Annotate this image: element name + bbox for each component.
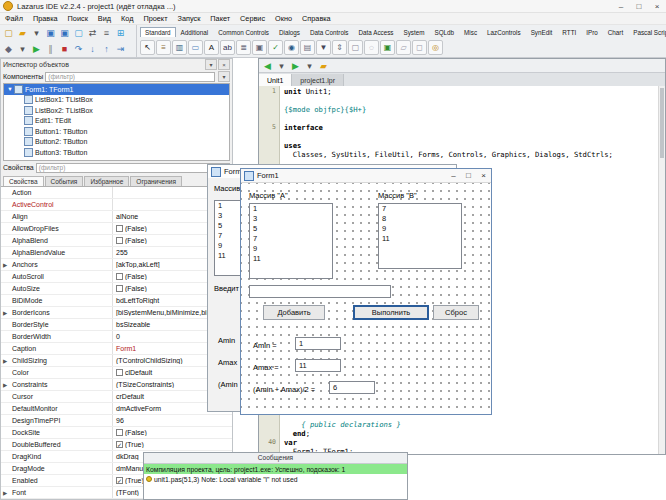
- jump-back-icon[interactable]: ◀: [261, 59, 274, 72]
- run-to-cursor-icon[interactable]: ⇥: [114, 43, 127, 56]
- tree-item[interactable]: Button2: TButton: [4, 137, 229, 148]
- palette-tab-additional[interactable]: Additional: [176, 27, 214, 37]
- expand-icon[interactable]: ▶: [3, 310, 7, 316]
- property-row[interactable]: DefaultMonitordmActiveForm: [1, 403, 232, 415]
- property-row[interactable]: ▶BorderIcons[biSystemMenu,biMinimize,biM…: [1, 307, 232, 319]
- save-icon[interactable]: ▣: [44, 27, 57, 40]
- property-row[interactable]: AutoSize(False): [1, 283, 232, 295]
- property-value[interactable]: (False): [113, 429, 232, 436]
- palette-tab-data-access[interactable]: Data Access: [353, 27, 398, 37]
- checkbox-icon[interactable]: [116, 429, 123, 436]
- toggle-form-unit-icon[interactable]: ⇄: [86, 27, 99, 40]
- tradiogroup-icon[interactable]: ◌: [364, 40, 379, 55]
- jump-back-dropdown-icon[interactable]: ▾: [275, 59, 288, 72]
- form-maximize-button[interactable]: □: [461, 169, 476, 182]
- step-out-icon[interactable]: ↑: [100, 43, 113, 56]
- palette-tab-ipro[interactable]: IPro: [581, 27, 603, 37]
- property-row[interactable]: DesignTimePPI96: [1, 415, 232, 427]
- view-forms-icon[interactable]: ⊞: [114, 27, 127, 40]
- tradiobutton-icon[interactable]: ◉: [284, 40, 299, 55]
- close-button[interactable]: ×: [648, 0, 666, 12]
- expand-icon[interactable]: ▶: [3, 490, 7, 496]
- menu-item-поиск[interactable]: Поиск: [63, 14, 93, 23]
- property-row[interactable]: AllowDropFiles(False): [1, 223, 232, 235]
- property-row[interactable]: DockSite(False): [1, 427, 232, 439]
- property-value[interactable]: 96: [113, 417, 232, 424]
- palette-tab-system[interactable]: System: [398, 27, 429, 37]
- step-into-icon[interactable]: ↓: [86, 43, 99, 56]
- ttogglebox-icon[interactable]: ▣: [252, 40, 267, 55]
- tcheckgroup-icon[interactable]: ▣: [380, 40, 395, 55]
- expand-icon[interactable]: ▶: [3, 358, 7, 364]
- property-value[interactable]: ✓(True): [113, 441, 232, 448]
- tgroupbox-icon[interactable]: ▢: [348, 40, 363, 55]
- array-a-listbox[interactable]: 1357911: [249, 203, 333, 279]
- components-dropdown-icon[interactable]: ▾: [218, 71, 230, 82]
- tmemo-icon[interactable]: ≣: [236, 40, 251, 55]
- inspector-tab-свойства[interactable]: Свойства: [3, 176, 44, 186]
- tree-item[interactable]: ListBox2: TListBox: [4, 105, 229, 116]
- jump-forward-icon[interactable]: ▶: [289, 59, 302, 72]
- number-input[interactable]: [249, 285, 391, 298]
- components-filter-input[interactable]: (фильтр): [45, 72, 215, 82]
- menu-item-файл[interactable]: Файл: [0, 14, 28, 23]
- tlistbox-icon[interactable]: ▤: [300, 40, 315, 55]
- palette-tab-common-controls[interactable]: Common Controls: [213, 27, 274, 37]
- form-designer-surface[interactable]: Массив "A" Массив "B" 1357911 78911 Доба…: [241, 183, 491, 414]
- property-row[interactable]: AlphaBlendValue255: [1, 247, 232, 259]
- minimize-button[interactable]: –: [612, 0, 630, 12]
- run-icon[interactable]: ▶: [30, 43, 43, 56]
- tree-item[interactable]: ▼Form1: TForm1: [4, 84, 229, 95]
- palette-tab-rtti[interactable]: RTTI: [557, 27, 581, 37]
- message-line[interactable]: unit1.pas(51,3) Note: Local variable "i"…: [144, 474, 407, 484]
- palette-tab-data-controls[interactable]: Data Controls: [305, 27, 354, 37]
- property-row[interactable]: ColorclDefault: [1, 367, 232, 379]
- tactionlist-icon[interactable]: ◎: [428, 40, 443, 55]
- tpopupmenu-icon[interactable]: ▥: [172, 40, 187, 55]
- amin-input[interactable]: 1: [295, 337, 341, 350]
- inspector-tab-события[interactable]: События: [45, 176, 84, 186]
- property-row[interactable]: ActiveControl: [1, 199, 232, 211]
- palette-tab-synedit[interactable]: SynEdit: [526, 27, 558, 37]
- property-row[interactable]: BorderWidth0: [1, 331, 232, 343]
- inspector-options-icon[interactable]: ▾: [205, 59, 217, 70]
- stop-icon[interactable]: ■: [58, 43, 71, 56]
- checkbox-icon[interactable]: ✓: [116, 477, 123, 484]
- pause-icon[interactable]: ∥: [44, 43, 57, 56]
- build-mode-dropdown-icon[interactable]: ▾: [16, 43, 29, 56]
- palette-tab-sqldb[interactable]: SQLdb: [429, 27, 459, 37]
- menu-item-пакет[interactable]: Пакет: [205, 14, 235, 23]
- inspector-tab-избранное[interactable]: Избранное: [84, 176, 129, 186]
- new-unit-icon[interactable]: ▢: [2, 27, 15, 40]
- property-row[interactable]: ▶ChildSizing(TControlChildSizing): [1, 355, 232, 367]
- checkbox-icon[interactable]: [116, 273, 123, 280]
- menu-item-сервис[interactable]: Сервис: [235, 14, 270, 23]
- property-row[interactable]: BorderStylebsSizeable: [1, 319, 232, 331]
- tlabel-icon[interactable]: A: [204, 40, 219, 55]
- tree-item[interactable]: Edit1: TEdit: [4, 116, 229, 127]
- tree-item[interactable]: Button3: TButton: [4, 147, 229, 158]
- tpanel-icon[interactable]: ▱: [396, 40, 411, 55]
- property-row[interactable]: CaptionForm1: [1, 343, 232, 355]
- palette-tab-standard[interactable]: Standard: [140, 27, 176, 37]
- menu-item-вид[interactable]: Вид: [93, 14, 116, 23]
- menu-item-справка[interactable]: Справка: [297, 14, 336, 23]
- property-row[interactable]: AlphaBlend(False): [1, 235, 232, 247]
- menu-item-проект[interactable]: Проект: [138, 14, 172, 23]
- palette-tab-pascal-script[interactable]: Pascal Script: [628, 27, 666, 37]
- palette-tab-chart[interactable]: Chart: [603, 27, 628, 37]
- property-row[interactable]: ▶Anchors[akTop,akLeft]: [1, 259, 232, 271]
- property-row[interactable]: DoubleBuffered✓(True): [1, 439, 232, 451]
- palette-tab-misc[interactable]: Misc: [459, 27, 482, 37]
- maximize-button[interactable]: □: [630, 0, 648, 12]
- add-button[interactable]: Добавить: [263, 305, 325, 320]
- execute-button[interactable]: Выполнить: [353, 305, 429, 320]
- editor-tab-project1-lpr[interactable]: project1.lpr: [292, 74, 344, 86]
- expand-icon[interactable]: ▶: [3, 262, 7, 268]
- menu-item-код[interactable]: Код: [116, 14, 138, 23]
- tmainmenu-icon[interactable]: ≡: [156, 40, 171, 55]
- inspector-close-icon[interactable]: ×: [218, 59, 230, 70]
- array-b-listbox[interactable]: 78911: [378, 203, 462, 269]
- editor-scrollbar[interactable]: [658, 86, 665, 454]
- message-line[interactable]: Компиляция проекта, цель: project1.exe: …: [144, 464, 407, 474]
